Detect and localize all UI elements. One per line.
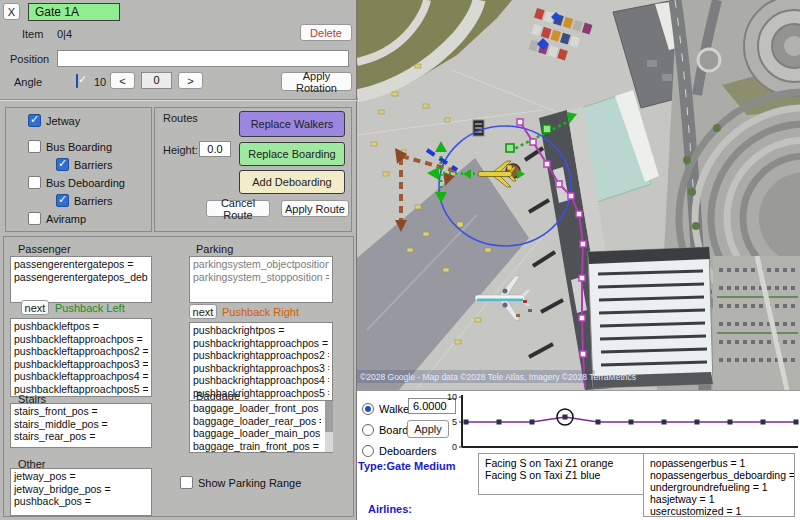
gate-clutter [523, 300, 527, 303]
list-item[interactable]: pushbackleftapproachpos2 = [14, 345, 148, 358]
satellite-map-canvas[interactable]: ©2028 Google - Map data ©2028 Tele Atlas… [357, 0, 800, 390]
pushback-left-label: Pushback Left [55, 302, 125, 314]
apply-rotation-button[interactable]: Apply Rotation [281, 72, 352, 91]
angle-label: Angle [14, 76, 42, 88]
route-point-marker[interactable] [464, 420, 469, 425]
deboarding-barriers-label: Barriers [74, 195, 113, 207]
angle-decrease-button[interactable]: < [110, 72, 135, 89]
y-tick-label: 10 [447, 393, 457, 402]
route-point-marker[interactable] [794, 420, 799, 425]
apply-height-button[interactable]: Apply [407, 420, 449, 438]
route-point-marker[interactable] [662, 420, 667, 425]
gate-properties-box: nopassengerbus = 1nopassengerbus_deboard… [643, 453, 795, 517]
pushback-left-next-button[interactable]: next [21, 300, 49, 315]
satellite-map[interactable]: ©2028 Google - Map data ©2028 Tele Atlas… [357, 0, 800, 390]
roof-unit [647, 60, 657, 67]
jetway-checkbox[interactable] [28, 114, 41, 127]
list-item[interactable]: baggage_loader_front_pos = [193, 402, 321, 415]
walkers-radio[interactable] [362, 403, 374, 415]
add-deboarding-button[interactable]: Add Deboarding [239, 170, 345, 194]
boarding-barriers-checkbox[interactable] [56, 158, 69, 171]
deboarding-barriers-option[interactable]: Barriers [56, 194, 113, 207]
route-point-marker[interactable] [497, 420, 502, 425]
boarders-radio[interactable] [362, 424, 374, 436]
route-point-marker[interactable] [728, 420, 733, 425]
list-item[interactable]: baggage_train_front_pos = [193, 440, 321, 453]
show-parking-range-option[interactable]: Show Parking Range [180, 476, 301, 489]
service-truck [473, 120, 484, 136]
bus-deboarding-checkbox[interactable] [28, 176, 41, 189]
route-point-marker[interactable] [530, 420, 535, 425]
delete-button[interactable]: Delete [300, 24, 352, 41]
passenger-listbox[interactable]: passengerentergatepos =passengerentergat… [10, 256, 152, 303]
list-item[interactable]: jetway_bridge_pos = [14, 483, 148, 496]
list-item[interactable]: pushbackrightapproachpos = [193, 337, 329, 350]
jetway-option[interactable]: Jetway [28, 114, 80, 127]
angle-increase-button[interactable]: > [178, 72, 203, 89]
list-item[interactable]: nopassengerbus_deboarding = 1 [650, 469, 788, 481]
position-input[interactable] [57, 50, 349, 67]
list-item[interactable]: parkingsystem_objectposition = [193, 258, 329, 271]
route-point-marker[interactable] [596, 420, 601, 425]
baggage-scrollbar-thumb[interactable] [325, 401, 333, 432]
list-item[interactable]: pushbackleftapproachpos = [14, 333, 148, 346]
list-item[interactable]: jetway_pos = [14, 470, 148, 483]
list-item[interactable]: passengerentergatepos_deboarding = [14, 271, 148, 284]
parking-listbox[interactable]: parkingsystem_objectposition =parkingsys… [189, 256, 333, 303]
list-item[interactable]: parkingsystem_stopposition = [193, 271, 329, 284]
list-item[interactable]: pushbackrightapproachpos4 = [193, 374, 329, 387]
gate-clutter [516, 314, 520, 317]
close-button[interactable]: X [3, 3, 20, 20]
list-item[interactable]: pushback_pos = [14, 495, 148, 508]
route-point-marker[interactable] [629, 420, 634, 425]
apply-route-button[interactable]: Apply Route [281, 200, 349, 217]
list-item[interactable]: pushbackrightapproachpos2 = [193, 349, 329, 362]
aviramp-checkbox[interactable] [28, 212, 41, 225]
deboarders-radio[interactable] [362, 445, 374, 457]
bus-boarding-checkbox[interactable] [28, 140, 41, 153]
route-editor-panel: Walkers 6.0000 Boarders Apply Deboarders… [357, 390, 800, 520]
list-item[interactable]: stairs_middle_pos = [14, 418, 148, 431]
deboarding-barriers-checkbox[interactable] [56, 194, 69, 207]
route-point-marker[interactable] [761, 420, 766, 425]
replace-walkers-button[interactable]: Replace Walkers [239, 111, 345, 137]
list-item[interactable]: baggage_loader_main_pos = [193, 427, 321, 440]
stairs-listbox[interactable]: stairs_front_pos =stairs_middle_pos =sta… [10, 403, 152, 448]
list-item[interactable]: baggage_loader_rear_pos = [193, 415, 321, 428]
height-input[interactable]: 0.0 [199, 141, 231, 157]
list-item[interactable]: stairs_rear_pos = [14, 430, 148, 443]
list-item[interactable]: hasjetway = 1 [650, 493, 788, 505]
baggage-scrollbar[interactable] [325, 401, 333, 452]
route-height-chart[interactable]: 0510 [444, 393, 800, 455]
boarding-barriers-option[interactable]: Barriers [56, 158, 113, 171]
list-item[interactable]: usercustomized = 1 [650, 505, 788, 517]
list-item[interactable]: stairs_front_pos = [14, 405, 148, 418]
list-item[interactable]: pushbackleftapproachpos4 = [14, 370, 148, 383]
deboarders-radio-option[interactable]: Deboarders [362, 445, 436, 457]
aviramp-option[interactable]: Aviramp [28, 212, 86, 225]
pushback-left-listbox[interactable]: pushbackleftpos =pushbackleftapproachpos… [10, 318, 152, 397]
y-tick-label: 0 [452, 442, 457, 452]
cancel-route-button[interactable]: Cancel Route [206, 200, 270, 217]
list-item[interactable]: pushbackrightpos = [193, 324, 329, 337]
angle-snap-checkbox[interactable] [76, 74, 78, 88]
list-item[interactable]: pushbackrightapproachpos3 = [193, 362, 329, 375]
show-parking-range-checkbox[interactable] [180, 476, 193, 489]
bus-boarding-option[interactable]: Bus Boarding [28, 140, 112, 153]
roundabout [698, 49, 720, 71]
pushback-right-next-button[interactable]: next [189, 304, 217, 319]
replace-boarding-button[interactable]: Replace Boarding [239, 142, 345, 166]
gate-name-field[interactable]: Gate 1A [28, 3, 120, 21]
route-point-marker[interactable] [563, 415, 568, 420]
list-item[interactable]: undergroundrefueling = 1 [650, 481, 788, 493]
list-item[interactable]: passengerentergatepos = [14, 258, 148, 271]
other-listbox[interactable]: jetway_pos =jetway_bridge_pos =pushback_… [10, 468, 152, 516]
baggage-listbox[interactable]: baggage_loader_front_pos =baggage_loader… [189, 400, 333, 453]
airlines-label: Airlines: [368, 503, 412, 515]
list-item[interactable]: nopassengerbus = 1 [650, 457, 788, 469]
list-item[interactable]: pushbackleftpos = [14, 320, 148, 333]
route-point-marker[interactable] [695, 420, 700, 425]
angle-value-field[interactable]: 0 [141, 72, 172, 89]
list-item[interactable]: pushbackleftapproachpos3 = [14, 358, 148, 371]
bus-deboarding-option[interactable]: Bus Deboarding [28, 176, 125, 189]
